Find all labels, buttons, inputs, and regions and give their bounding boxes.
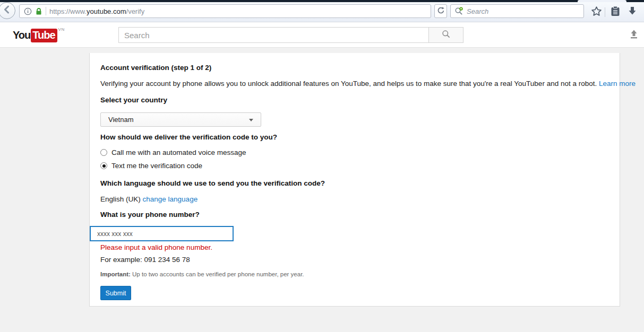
bookmark-star-button[interactable]: [589, 6, 603, 19]
search-icon: [442, 30, 451, 41]
page-background: Account verification (step 1 of 2) Verif…: [0, 48, 644, 332]
reload-button[interactable]: [434, 4, 447, 18]
youtube-search-input[interactable]: [118, 27, 429, 43]
phone-error-message: Please input a valid phone number.: [100, 243, 212, 251]
youtube-logo[interactable]: You Tube VN: [13, 29, 65, 42]
page-title: Account verification (step 1 of 2): [100, 64, 211, 72]
change-language-link[interactable]: change language: [143, 195, 198, 203]
url-divider: [46, 7, 46, 15]
logo-tube-badge: Tube: [31, 29, 57, 42]
language-question: Which language should we use to send you…: [100, 179, 325, 187]
downloads-button[interactable]: [625, 6, 639, 18]
logo-region-label: VN: [58, 27, 65, 32]
back-arrow-icon: [3, 5, 11, 16]
radio-option-call[interactable]: Call me with an automated voice message: [100, 148, 246, 156]
important-note-label: Important:: [100, 271, 131, 277]
language-value: English (UK): [100, 195, 141, 203]
toolbar-divider: [605, 7, 605, 17]
browser-search-box[interactable]: [450, 4, 584, 18]
url-bar[interactable]: https://www.youtube.com/verify: [19, 4, 431, 18]
radio-call-label: Call me with an automated voice message: [111, 148, 246, 156]
secure-lock-icon[interactable]: [35, 7, 42, 15]
download-arrow-icon: [627, 6, 638, 19]
search-engine-icon[interactable]: [454, 7, 463, 16]
clipboard-icon: [610, 6, 621, 19]
language-line: English (UK) change language: [100, 195, 198, 203]
phone-number-input[interactable]: [90, 226, 234, 241]
radio-selected-icon[interactable]: [100, 162, 107, 169]
chevron-down-icon: [249, 119, 253, 121]
browser-toolbar: https://www.youtube.com/verify: [0, 2, 644, 22]
upload-button[interactable]: [629, 30, 639, 40]
back-button[interactable]: [0, 2, 15, 19]
radio-option-text[interactable]: Text me the verification code: [100, 162, 202, 170]
verification-card: Account verification (step 1 of 2) Verif…: [89, 53, 620, 307]
youtube-header: You Tube VN: [0, 22, 644, 48]
country-dropdown[interactable]: Vietnam: [100, 112, 261, 127]
bookmarks-list-button[interactable]: [608, 6, 622, 18]
active-tab-edge[interactable]: [578, 0, 626, 2]
radio-text-label: Text me the verification code: [111, 162, 202, 170]
window-tab-strip: [0, 0, 644, 2]
upload-icon: [629, 29, 639, 41]
intro-text: Verifying your account by phone allows y…: [100, 80, 636, 88]
reload-icon: [437, 6, 445, 16]
logo-you-text: You: [13, 29, 30, 41]
important-note: Important: Up to two accounts can be ver…: [100, 271, 304, 277]
browser-search-input[interactable]: [467, 7, 583, 15]
radio-unselected-icon[interactable]: [100, 149, 107, 156]
phone-question: What is your phone number?: [100, 211, 200, 219]
url-text: https://www.youtube.com/verify: [49, 7, 144, 15]
star-icon: [590, 5, 603, 20]
phone-example-text: For example: 091 234 56 78: [100, 256, 190, 264]
submit-button[interactable]: Submit: [100, 286, 131, 300]
learn-more-link[interactable]: Learn more: [599, 80, 636, 88]
youtube-search-button[interactable]: [428, 27, 463, 43]
country-label: Select your country: [100, 96, 167, 104]
country-selected-value: Vietnam: [108, 116, 133, 124]
page-info-icon[interactable]: [24, 7, 32, 15]
delivery-question: How should we deliver the verification c…: [100, 133, 277, 141]
